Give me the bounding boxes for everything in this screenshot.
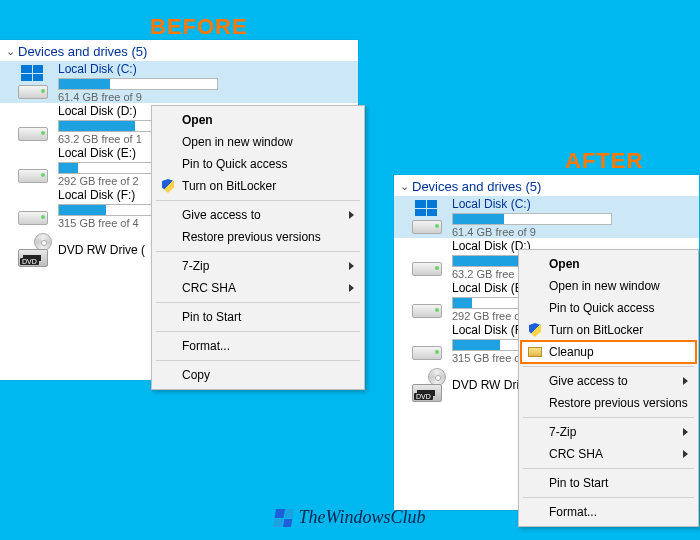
chevron-down-icon: ⌄	[4, 45, 16, 58]
drive-body: Local Disk (C:)61.4 GB free of 9	[58, 62, 352, 103]
capacity-text: 61.4 GB free of 9	[452, 226, 693, 238]
capacity-fill	[59, 121, 135, 131]
menu-item[interactable]: Restore previous versions	[521, 392, 696, 414]
menu-separator	[156, 302, 360, 303]
before-label: BEFORE	[150, 14, 248, 40]
watermark: TheWindowsClub	[274, 507, 425, 528]
menu-separator	[156, 251, 360, 252]
drive-os-icon	[412, 200, 446, 234]
menu-item-label: 7-Zip	[182, 259, 209, 273]
menu-item[interactable]: Pin to Start	[521, 472, 696, 494]
capacity-bar	[58, 78, 218, 90]
menu-item-label: Open in new window	[182, 135, 293, 149]
menu-item-label: Format...	[182, 339, 230, 353]
section-title: Devices and drives (5)	[18, 44, 147, 59]
menu-item[interactable]: Pin to Quick access	[521, 297, 696, 319]
menu-item[interactable]: Restore previous versions	[154, 226, 362, 248]
capacity-fill	[59, 163, 78, 173]
menu-item[interactable]: Turn on BitLocker	[154, 175, 362, 197]
menu-item[interactable]: Open	[154, 109, 362, 131]
menu-item-label: Open	[549, 257, 580, 271]
shield-icon	[160, 178, 176, 194]
menu-item[interactable]: Open in new window	[154, 131, 362, 153]
menu-separator	[523, 468, 694, 469]
menu-item-label: Cleanup	[549, 345, 594, 359]
watermark-text: TheWindowsClub	[298, 507, 425, 528]
menu-separator	[523, 417, 694, 418]
menu-item-label: Give access to	[549, 374, 628, 388]
menu-item[interactable]: 7-Zip	[521, 421, 696, 443]
menu-item-label: Turn on BitLocker	[549, 323, 643, 337]
menu-separator	[523, 366, 694, 367]
hard-drive-icon	[18, 107, 52, 141]
drive-name: Local Disk (C:)	[58, 62, 352, 76]
menu-separator	[523, 497, 694, 498]
menu-separator	[156, 360, 360, 361]
drive-body: Local Disk (C:)61.4 GB free of 9	[452, 197, 693, 238]
menu-item[interactable]: Give access to	[521, 370, 696, 392]
menu-item[interactable]: Cleanup	[521, 341, 696, 363]
menu-item-label: Pin to Start	[549, 476, 608, 490]
after-label: AFTER	[565, 148, 643, 174]
capacity-fill	[453, 214, 504, 224]
section-title: Devices and drives (5)	[412, 179, 541, 194]
hard-drive-icon	[18, 191, 52, 225]
menu-separator	[156, 200, 360, 201]
menu-item-label: Turn on BitLocker	[182, 179, 276, 193]
drive-os-icon	[18, 65, 52, 99]
menu-item[interactable]: Pin to Quick access	[154, 153, 362, 175]
menu-item-label: Format...	[549, 505, 597, 519]
menu-item-label: Open	[182, 113, 213, 127]
menu-item-label: Open in new window	[549, 279, 660, 293]
menu-item-label: CRC SHA	[182, 281, 236, 295]
menu-item[interactable]: Pin to Start	[154, 306, 362, 328]
hard-drive-icon	[18, 149, 52, 183]
menu-item-label: Restore previous versions	[182, 230, 321, 244]
menu-item[interactable]: CRC SHA	[521, 443, 696, 465]
capacity-text: 61.4 GB free of 9	[58, 91, 352, 103]
hard-drive-icon	[412, 284, 446, 318]
menu-item[interactable]: Turn on BitLocker	[521, 319, 696, 341]
menu-item[interactable]: Open	[521, 253, 696, 275]
context-menu-after: OpenOpen in new windowPin to Quick acces…	[518, 249, 699, 527]
cleanup-icon	[527, 344, 543, 360]
section-header[interactable]: ⌄ Devices and drives (5)	[0, 40, 358, 61]
menu-item[interactable]: CRC SHA	[154, 277, 362, 299]
capacity-fill	[59, 79, 110, 89]
menu-item[interactable]: Copy	[154, 364, 362, 386]
menu-item[interactable]: 7-Zip	[154, 255, 362, 277]
menu-item-label: 7-Zip	[549, 425, 576, 439]
menu-item-label: CRC SHA	[549, 447, 603, 461]
section-header[interactable]: ⌄ Devices and drives (5)	[394, 175, 699, 196]
drive-name: Local Disk (C:)	[452, 197, 693, 211]
menu-separator	[156, 331, 360, 332]
site-logo-icon	[273, 509, 294, 527]
menu-item-label: Copy	[182, 368, 210, 382]
menu-item-label: Give access to	[182, 208, 261, 222]
hard-drive-icon	[412, 326, 446, 360]
hard-drive-icon	[412, 242, 446, 276]
chevron-down-icon: ⌄	[398, 180, 410, 193]
menu-item[interactable]: Give access to	[154, 204, 362, 226]
dvd-drive-icon: DVD	[412, 368, 446, 402]
drive-row[interactable]: Local Disk (C:)61.4 GB free of 9	[394, 196, 699, 238]
shield-icon	[527, 322, 543, 338]
menu-item-label: Pin to Quick access	[182, 157, 287, 171]
menu-item-label: Pin to Start	[182, 310, 241, 324]
dvd-drive-icon: DVD	[18, 233, 52, 267]
capacity-fill	[453, 340, 500, 350]
menu-item-label: Pin to Quick access	[549, 301, 654, 315]
menu-item[interactable]: Format...	[154, 335, 362, 357]
capacity-fill	[59, 205, 106, 215]
capacity-bar	[452, 213, 612, 225]
drive-row[interactable]: Local Disk (C:)61.4 GB free of 9	[0, 61, 358, 103]
menu-item-label: Restore previous versions	[549, 396, 688, 410]
menu-item[interactable]: Open in new window	[521, 275, 696, 297]
menu-item[interactable]: Format...	[521, 501, 696, 523]
context-menu-before: OpenOpen in new windowPin to Quick acces…	[151, 105, 365, 390]
capacity-fill	[453, 298, 472, 308]
